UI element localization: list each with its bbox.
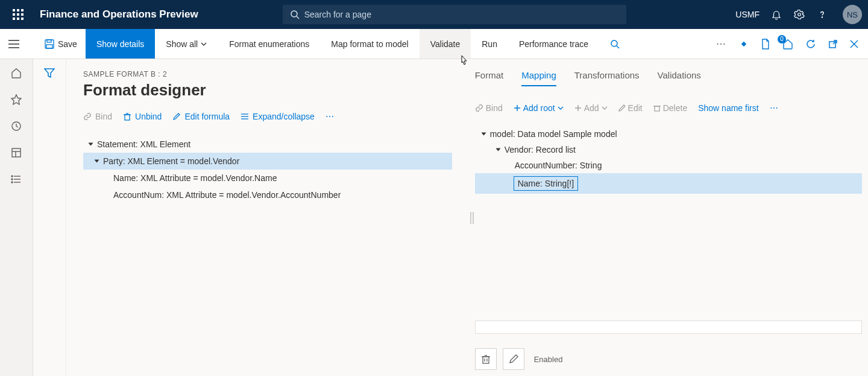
save-icon [45, 39, 54, 49]
right-tabs: Format Mapping Transformations Validatio… [475, 70, 862, 86]
help-button[interactable] [816, 8, 828, 21]
svg-point-0 [291, 11, 297, 17]
messages-button[interactable]: 0 [782, 39, 793, 49]
trash-icon [123, 112, 131, 121]
add-root-button[interactable]: Add root [514, 103, 564, 113]
settings-button[interactable] [793, 8, 805, 21]
show-all-button[interactable]: Show all [155, 29, 218, 59]
format-tree: Statement: XML Element Party: XML Elemen… [83, 136, 452, 203]
bind-label: Bind [95, 112, 112, 121]
close-icon [850, 40, 858, 48]
tree-node-vendor[interactable]: Vendor: Record list [475, 142, 862, 158]
company-picker[interactable]: USMF [735, 10, 760, 19]
edit-button[interactable]: Edit [618, 103, 643, 113]
tree-node-party[interactable]: Party: XML Element = model.Vendor [83, 153, 452, 170]
workspaces-nav[interactable] [11, 147, 22, 158]
pencil-icon [172, 112, 181, 121]
popout-button[interactable] [828, 39, 838, 49]
svg-point-27 [11, 182, 13, 183]
show-details-button[interactable]: Show details [86, 29, 155, 59]
delete-icon-button[interactable] [475, 348, 497, 370]
svg-rect-43 [483, 357, 489, 363]
home-nav[interactable] [11, 68, 22, 78]
link-icon [475, 104, 483, 112]
save-button[interactable]: Save [36, 29, 86, 59]
refresh-icon [805, 39, 816, 49]
left-overflow-button[interactable]: ⋯ [326, 112, 335, 121]
avatar-initials: NS [847, 10, 858, 19]
help-icon [817, 9, 828, 20]
edit-icon-button[interactable] [503, 348, 524, 370]
delete-button[interactable]: Delete [653, 103, 687, 113]
notifications-button[interactable] [770, 8, 782, 21]
attach-button[interactable] [761, 39, 770, 49]
add-button[interactable]: Add [574, 103, 608, 113]
filter-button[interactable] [44, 68, 55, 376]
gear-icon [794, 9, 805, 20]
svg-marker-28 [45, 69, 54, 77]
chevron-down-icon [602, 105, 608, 111]
validate-button[interactable]: Validate [420, 29, 471, 59]
favorites-nav[interactable] [11, 94, 22, 105]
svg-rect-41 [655, 106, 659, 111]
tab-mapping[interactable]: Mapping [521, 70, 556, 86]
performance-trace-button[interactable]: Performance trace [508, 29, 599, 59]
bind-button-right[interactable]: Bind [475, 103, 503, 113]
tree-node-name[interactable]: Name: XML Attribute = model.Vendor.Name [83, 170, 452, 186]
tab-validations[interactable]: Validations [658, 70, 701, 86]
find-button[interactable] [610, 39, 620, 49]
tree-node-label: Party: XML Element = model.Vendor [103, 156, 239, 166]
svg-marker-17 [11, 95, 21, 104]
edit-formula-label: Edit formula [184, 112, 230, 121]
tree-node-statement[interactable]: Statement: XML Element [83, 136, 452, 153]
tree-node-label: AccountNumber: String [515, 161, 602, 170]
edit-formula-button[interactable]: Edit formula [172, 112, 230, 121]
nav-toggle-button[interactable] [8, 40, 19, 48]
trash-icon [481, 354, 491, 364]
tree-node-account[interactable]: AccountNum: XML Attribute = model.Vendor… [83, 186, 452, 203]
refresh-button[interactable] [805, 39, 816, 49]
format-enumerations-button[interactable]: Format enumerations [218, 29, 320, 59]
list-icon [241, 112, 249, 121]
tree-node-label: AccountNum: XML Attribute = model.Vendor… [113, 190, 341, 200]
bind-button[interactable]: Bind [83, 112, 112, 121]
tree-node-label: Name: XML Attribute = model.Vendor.Name [113, 173, 277, 183]
show-name-first-button[interactable]: Show name first [698, 103, 758, 113]
svg-point-26 [11, 179, 13, 180]
add-root-label: Add root [523, 103, 555, 113]
search-input[interactable] [304, 10, 619, 19]
options-button[interactable] [739, 39, 749, 49]
right-overflow-button[interactable]: ⋯ [770, 103, 779, 113]
path-input[interactable] [475, 320, 862, 334]
search-box[interactable] [283, 5, 626, 24]
svg-rect-8 [47, 40, 51, 42]
tree-node-model[interactable]: model: Data model Sample model [475, 126, 862, 142]
run-button[interactable]: Run [471, 29, 508, 59]
star-icon [11, 94, 22, 105]
close-button[interactable] [850, 40, 858, 48]
bottom-detail-area: Enabled [475, 320, 862, 370]
app-launcher-button[interactable] [6, 0, 30, 29]
plus-icon [574, 104, 582, 112]
overflow-button[interactable]: ⋯ [716, 38, 727, 49]
modules-nav[interactable] [11, 174, 22, 185]
user-avatar[interactable]: NS [843, 5, 862, 24]
hamburger-icon [8, 40, 19, 48]
tree-node-name-string[interactable]: Name: String[!] [475, 173, 862, 194]
svg-line-11 [617, 46, 619, 48]
expand-collapse-label: Expand/collapse [253, 112, 315, 121]
grid-icon [11, 147, 22, 158]
map-format-button[interactable]: Map format to model [320, 29, 419, 59]
left-nav-rail [0, 59, 33, 376]
filter-icon [44, 68, 55, 78]
unbind-button[interactable]: Unbind [123, 112, 162, 121]
tab-transformations[interactable]: Transformations [574, 70, 640, 86]
format-tree-pane: SAMPLE FORMAT B : 2 Format designer Bind… [66, 59, 469, 376]
top-right-actions: USMF NS [735, 5, 862, 24]
tree-node-account-number[interactable]: AccountNumber: String [475, 158, 862, 173]
recent-nav[interactable] [11, 121, 22, 132]
pane-splitter[interactable] [469, 59, 475, 376]
right-toolbar: Bind Add root Add Edit [475, 103, 862, 113]
tab-format[interactable]: Format [475, 70, 504, 86]
expand-collapse-button[interactable]: Expand/collapse [241, 112, 315, 121]
